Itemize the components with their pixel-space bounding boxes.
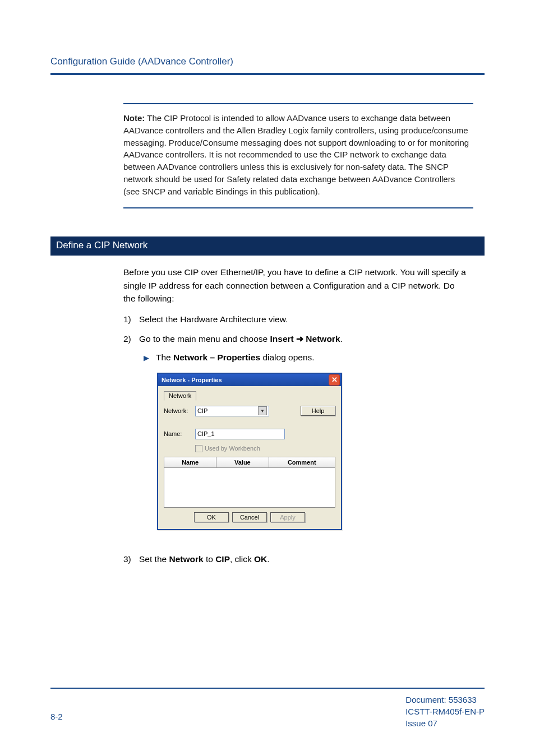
bullet-row: ▶ The Network – Properties dialog opens. [144, 353, 468, 363]
s3b: Network [169, 554, 203, 564]
bullet-pre: The [156, 353, 173, 362]
page-number: 8-2 [50, 712, 63, 721]
apply-button[interactable]: Apply [270, 512, 305, 522]
name-row: Name: CIP_1 [164, 429, 335, 439]
column-header-value[interactable]: Value [216, 457, 269, 468]
step-text: Select the Hardware Architecture view. [139, 313, 468, 326]
tab-network[interactable]: Network [164, 391, 196, 401]
properties-grid: Name Value Comment [164, 457, 335, 508]
bullet-bold: Network – Properties [173, 353, 260, 362]
dialog-body: Network Network: CIP ▼ Help Name: CIP_1 [158, 386, 341, 529]
s3f: OK [254, 554, 267, 564]
step2-insert: Insert [270, 334, 294, 344]
network-properties-dialog: Network - Properties ✕ Network Network: … [157, 373, 342, 530]
dialog-screenshot: Network - Properties ✕ Network Network: … [157, 373, 485, 530]
dialog-buttons: OK Cancel Apply [164, 508, 335, 523]
tabset: Network [164, 391, 335, 400]
page-header-title: Configuration Guide (AADvance Controller… [50, 56, 485, 67]
used-by-workbench-label: Used by Workbench [205, 445, 260, 452]
network-combo-value: CIP [197, 407, 207, 414]
step-3: 3) Set the Network to CIP, click OK. [123, 553, 468, 565]
step-text: Go to the main menu and choose Insert ➜ … [139, 332, 468, 345]
grid-header: Name Value Comment [164, 457, 335, 468]
step-number: 2) [123, 332, 139, 345]
help-button[interactable]: Help [301, 406, 335, 416]
step2-post: . [340, 334, 343, 344]
note-block: Note: The CIP Protocol is intended to al… [123, 103, 473, 208]
s3c: to [204, 554, 216, 564]
footer-issue: Issue 07 [405, 717, 485, 729]
close-icon[interactable]: ✕ [329, 374, 340, 386]
section-title-bar: Define a CIP Network [50, 236, 485, 256]
network-combo[interactable]: CIP ▼ [195, 406, 269, 416]
bullet-post: dialog opens. [260, 353, 315, 362]
footer-doc-info: Document: 553633 ICSTT-RM405f-EN-P Issue… [405, 694, 485, 729]
s3a: Set the [139, 554, 169, 564]
network-label: Network: [164, 407, 195, 414]
triangle-bullet-icon: ▶ [144, 354, 156, 362]
bullet-text: The Network – Properties dialog opens. [156, 353, 315, 363]
step-number: 3) [123, 553, 139, 565]
network-row: Network: CIP ▼ Help [164, 406, 335, 416]
cancel-button[interactable]: Cancel [232, 512, 267, 522]
column-header-name[interactable]: Name [164, 457, 216, 468]
used-by-workbench-row: Used by Workbench [195, 445, 335, 452]
chevron-down-icon[interactable]: ▼ [258, 406, 267, 415]
name-input[interactable]: CIP_1 [195, 429, 285, 439]
note-text: The CIP Protocol is intended to allow AA… [123, 113, 469, 196]
ok-button[interactable]: OK [194, 512, 229, 522]
step-text: Set the Network to CIP, click OK. [139, 553, 468, 565]
dialog-title: Network - Properties [162, 377, 222, 383]
right-arrow-icon: ➜ [294, 334, 306, 344]
tab-panel: Network: CIP ▼ Help Name: CIP_1 [164, 406, 335, 523]
name-input-value: CIP_1 [197, 430, 215, 437]
note-label: Note: [123, 113, 145, 123]
name-label: Name: [164, 430, 195, 437]
step-number: 1) [123, 313, 139, 326]
column-header-comment[interactable]: Comment [269, 457, 335, 468]
step2-network: Network [306, 334, 340, 344]
dialog-titlebar[interactable]: Network - Properties ✕ [158, 374, 341, 386]
step-1: 1) Select the Hardware Architecture view… [123, 313, 468, 326]
footer-rule [50, 688, 485, 689]
s3d: CIP [215, 554, 230, 564]
step2-pre: Go to the main menu and choose [139, 334, 270, 344]
footer-doc: Document: 553633 [405, 694, 485, 706]
s3g: . [267, 554, 269, 564]
section-intro: Before you use CIP over Ethernet/IP, you… [123, 266, 468, 305]
s3e: , click [230, 554, 254, 564]
header-rule [50, 73, 485, 75]
grid-body[interactable] [164, 468, 335, 507]
step-2: 2) Go to the main menu and choose Insert… [123, 332, 468, 345]
used-by-workbench-checkbox[interactable] [195, 445, 202, 452]
footer-part: ICSTT-RM405f-EN-P [405, 706, 485, 717]
